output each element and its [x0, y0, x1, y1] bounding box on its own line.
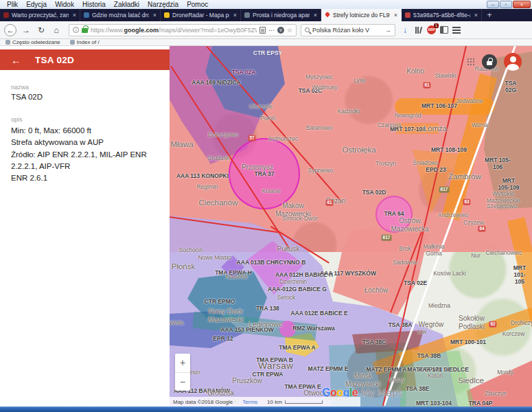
- bookmark-item[interactable]: Często odwiedzane: [5, 39, 60, 45]
- reload-button[interactable]: ↻: [36, 25, 47, 35]
- map-label: Miedzna: [428, 303, 450, 310]
- field-label-opis: opis: [11, 116, 159, 123]
- tab-close-icon[interactable]: ×: [312, 12, 317, 19]
- map-canvas[interactable]: CTR EPSYTSA 02AAAA 169 NIDZICATSA 02CTSA…: [170, 46, 532, 407]
- description-line: Źródło: AIP ENR 2.2.2.1, MIL-AIP ENR 2.2…: [11, 149, 159, 173]
- map-label: MRT 108-109: [431, 147, 467, 154]
- menu-item[interactable]: Plik: [3, 1, 22, 8]
- url-bar[interactable]: i https://www.google.com/maps/d/viewer?m…: [69, 24, 297, 36]
- zoom-in-button[interactable]: +: [175, 354, 190, 373]
- bookmark-star-icon[interactable]: ☆: [287, 27, 292, 34]
- site-info-icon[interactable]: i: [73, 27, 79, 33]
- map-label: MATZ EPMM E: [308, 366, 349, 373]
- library-icon[interactable]: [415, 26, 423, 34]
- map-label: AAA 012E BABICE E: [290, 310, 347, 317]
- browser-tab[interactable]: Gdzie można latać dronem w Po ×: [80, 9, 161, 21]
- close-button[interactable]: ×: [513, 1, 531, 8]
- map-label: TSA 38B: [417, 353, 441, 360]
- sidebar-toggle-icon[interactable]: [440, 26, 448, 34]
- menu-item[interactable]: Widok: [51, 1, 78, 8]
- tab-close-icon[interactable]: ×: [232, 12, 237, 19]
- map-label: Ciechanowiec: [486, 250, 522, 257]
- menu-item[interactable]: Narzędzia: [143, 1, 183, 8]
- downloads-icon[interactable]: ↓: [400, 25, 410, 35]
- map-label: Chorzele: [249, 104, 273, 111]
- search-bar[interactable]: Polska Różan koło V →: [301, 24, 395, 36]
- browser-tab[interactable]: DroneRadar - Mapa przestrz ×: [161, 9, 241, 21]
- map-label: Pułtusk: [277, 245, 300, 253]
- map-label: TRA 37: [255, 171, 275, 178]
- lock-icon[interactable]: [482, 54, 497, 69]
- tab-close-icon[interactable]: ×: [71, 12, 76, 19]
- tab-title: Strefy lotnicze do FL95: [333, 12, 390, 19]
- map-label: Krasne: [262, 188, 281, 195]
- menu-item[interactable]: Pomoc: [183, 1, 212, 8]
- maximize-button[interactable]: ▫: [500, 1, 512, 8]
- map-label: 617: [439, 187, 450, 193]
- bookmark-item[interactable]: Index of /: [70, 39, 100, 45]
- map-label: Mrozy: [389, 377, 404, 384]
- tab-favicon: [405, 12, 410, 18]
- map-label: Zambrów: [448, 172, 481, 181]
- field-label-nazwa: nazwa: [11, 84, 159, 91]
- map-label: Brok: [399, 246, 410, 253]
- browser-tab[interactable]: 53a98a75-a5b8-4f8e-a2b0-da68 ×: [402, 9, 482, 21]
- description-line: Strefa aktywowana w AUP: [11, 137, 159, 148]
- map-zoom-control: + −: [175, 354, 190, 391]
- minimize-button[interactable]: –: [487, 1, 499, 8]
- map-label: RMZ Warszawa: [292, 325, 335, 332]
- forward-button[interactable]: →: [21, 25, 32, 35]
- home-button[interactable]: ⌂: [51, 25, 62, 35]
- zoom-out-button[interactable]: −: [175, 373, 190, 391]
- menu-hamburger-icon[interactable]: [452, 27, 461, 34]
- map-label: Nur: [471, 253, 481, 260]
- url-text[interactable]: https://www.google.com/maps/d/viewer?mid…: [91, 27, 257, 34]
- browser-tab[interactable]: Strefy lotnicze do FL95 ×: [321, 9, 402, 21]
- zone-title: TSA 02D: [35, 55, 74, 65]
- map-label: Mińsk Mazowiecki: [345, 372, 381, 388]
- description-line: Min: 0 ft, Max: 66000 ft: [11, 125, 159, 137]
- pocket-icon[interactable]: v: [277, 27, 284, 34]
- map-label: Legionowo: [249, 321, 282, 329]
- search-input[interactable]: Polska Różan koło V: [312, 27, 382, 34]
- reader-mode-icon[interactable]: [259, 27, 266, 34]
- account-avatar[interactable]: [504, 53, 522, 71]
- apps-grid-icon[interactable]: [467, 58, 475, 66]
- tab-close-icon[interactable]: ×: [152, 12, 157, 19]
- tab-close-icon[interactable]: ×: [393, 12, 397, 19]
- back-button[interactable]: ←: [4, 24, 16, 36]
- map-label: EPR 12: [213, 336, 233, 343]
- page-actions-icon[interactable]: ⋯: [268, 27, 275, 34]
- map-label: TSA 02A: [232, 69, 256, 76]
- terms-link[interactable]: Terms: [242, 399, 257, 405]
- field-value-nazwa: TSA 02D: [11, 93, 159, 101]
- description-line: ENR 2.6.1: [11, 172, 159, 184]
- menu-item[interactable]: Historia: [78, 1, 110, 8]
- new-tab-button[interactable]: +: [482, 10, 497, 20]
- bookmarks-bar: Często odwiedzane Index of /: [0, 39, 532, 46]
- browser-tab[interactable]: Prosta i niedroga aparatura ×: [241, 9, 321, 21]
- windows-taskbar-edge[interactable]: [0, 407, 532, 412]
- search-go-icon[interactable]: →: [385, 27, 391, 34]
- tab-close-icon[interactable]: ×: [473, 12, 478, 19]
- tab-bar: Warto przeczytać, zanim za × Gdzie można…: [0, 9, 532, 21]
- map-label: 64: [478, 226, 485, 232]
- adblock-icon[interactable]: ABP1: [427, 25, 436, 34]
- map-label: AAA 171 SIEDLCE: [418, 367, 469, 374]
- map-label: Połoń: [260, 115, 275, 122]
- menu-item[interactable]: Edycja: [22, 1, 51, 8]
- map-label: Liw: [418, 329, 427, 336]
- tabbar-right: +: [482, 9, 532, 21]
- map-label: Szepietowo: [487, 203, 517, 210]
- map-label: TSA 02G: [500, 80, 522, 94]
- tab-favicon: [325, 12, 330, 18]
- map-label: Dzierzgowo: [208, 132, 238, 139]
- menu-item[interactable]: Zakładki: [110, 1, 143, 8]
- map-data-credit: Map data ©2018 Google: [173, 399, 233, 405]
- map-label: Nowe Miasto: [198, 255, 231, 262]
- tab-favicon: [3, 12, 9, 18]
- browser-tab[interactable]: Warto przeczytać, zanim za ×: [0, 9, 80, 21]
- map-label: Łomża: [424, 124, 448, 133]
- map-label: Przasnysz: [242, 163, 273, 172]
- back-arrow-icon[interactable]: ←: [11, 54, 21, 66]
